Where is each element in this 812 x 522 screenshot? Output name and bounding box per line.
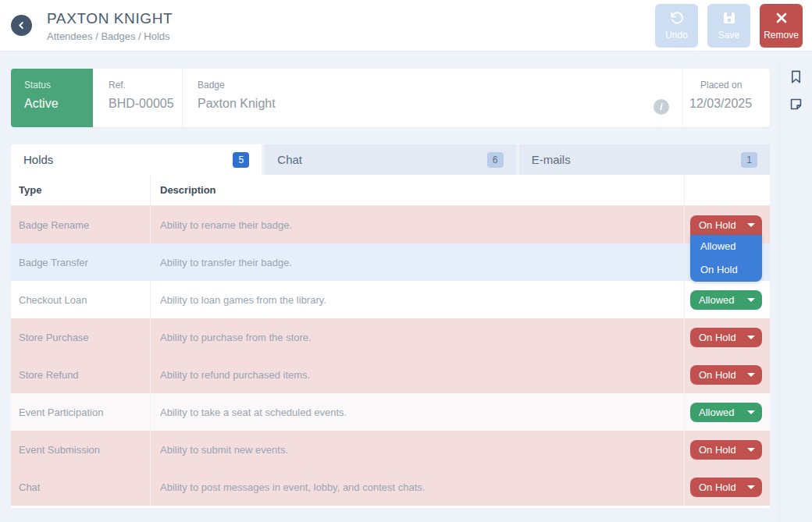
table-row: Badge Rename Ability to rename their bad…: [11, 206, 770, 243]
save-icon: [721, 10, 737, 26]
undo-icon: [669, 10, 685, 26]
tab-bar: Holds 5 Chat 6 E-mails 1: [11, 144, 770, 175]
hold-status-dropdown[interactable]: On Hold: [690, 440, 762, 460]
tab-chat-label: Chat: [277, 153, 302, 166]
hold-description: Ability to loan games from the library.: [151, 281, 685, 318]
column-header-action: [685, 175, 770, 205]
table-header: Type Description: [11, 175, 770, 206]
chevron-down-icon: [747, 373, 755, 377]
remove-button[interactable]: Remove: [760, 4, 803, 48]
close-icon: [774, 10, 789, 26]
tab-chat-count: 6: [487, 152, 504, 168]
tab-emails[interactable]: E-mails 1: [519, 144, 770, 175]
top-bar: PAXTON KNIGHT Attendees / Badges / Holds…: [0, 0, 812, 51]
tab-emails-count: 1: [741, 152, 757, 168]
hold-status-dropdown[interactable]: On Hold: [690, 328, 762, 347]
hold-type: Event Participation: [11, 393, 151, 431]
table-row: Store Purchase Ability to purchase from …: [11, 318, 770, 356]
badge-field: Badge Paxton Knight i: [182, 69, 682, 127]
hold-type: Chat: [11, 468, 151, 506]
chevron-down-icon: [747, 448, 755, 452]
holds-table-body: Badge Rename Ability to rename their bad…: [11, 206, 770, 506]
hold-description: Ability to rename their badge.: [151, 206, 685, 243]
tab-emails-label: E-mails: [532, 153, 571, 166]
hold-summary-card: Status Active Ref. BHD-00005 Badge Paxto…: [11, 69, 770, 127]
hold-description: Ability to submit new events.: [151, 431, 685, 468]
badge-label: Badge: [198, 80, 276, 91]
hold-status-dropdown[interactable]: Allowed: [690, 290, 762, 310]
tab-holds[interactable]: Holds 5: [11, 144, 262, 175]
ref-value: BHD-00005: [109, 97, 182, 111]
ref-label: Ref.: [109, 80, 182, 91]
chevron-down-icon: [747, 223, 755, 227]
hold-description: Ability to take a seat at scheduled even…: [151, 393, 685, 431]
hold-status-value: On Hold: [699, 219, 736, 231]
header-actions: Undo Save Remove: [655, 4, 803, 48]
column-header-type: Type: [11, 175, 151, 205]
page-title: PAXTON KNIGHT: [47, 10, 655, 27]
dropdown-option-allowed[interactable]: Allowed: [690, 235, 762, 258]
placed-on-label: Placed on: [689, 80, 770, 91]
hold-description: Ability to refund purchased items.: [151, 356, 685, 393]
hold-status-value: On Hold: [699, 332, 736, 343]
chevron-down-icon: [747, 336, 755, 339]
tab-holds-count: 5: [233, 152, 249, 168]
hold-status-dropdown[interactable]: On Hold: [690, 365, 762, 385]
hold-status-value: Allowed: [699, 294, 735, 306]
hold-status-dropdown[interactable]: On Hold: [690, 478, 762, 497]
placed-on-field: Placed on 12/03/2025: [682, 69, 770, 127]
status-value: Active: [24, 97, 93, 111]
ref-field: Ref. BHD-00005: [93, 69, 182, 127]
info-icon[interactable]: i: [654, 99, 669, 115]
status-label: Status: [24, 80, 93, 91]
status-badge: Status Active: [11, 69, 93, 127]
remove-label: Remove: [764, 30, 799, 41]
hold-description: Ability to purchase from the store.: [151, 318, 685, 356]
hold-type: Store Purchase: [11, 318, 151, 356]
table-row: Badge Transfer Ability to transfer their…: [11, 243, 770, 281]
undo-label: Undo: [665, 30, 688, 41]
undo-button[interactable]: Undo: [655, 4, 698, 48]
hold-description: Ability to transfer their badge.: [151, 243, 685, 281]
hold-type: Event Submission: [11, 431, 151, 468]
chevron-down-icon: [747, 410, 755, 414]
table-row: Store Refund Ability to refund purchased…: [11, 356, 770, 393]
table-row: Event Submission Ability to submit new e…: [11, 431, 770, 468]
tab-holds-label: Holds: [23, 153, 53, 166]
table-row: Checkout Loan Ability to loan games from…: [11, 281, 770, 318]
bookmark-icon[interactable]: [789, 69, 803, 85]
hold-status-value: On Hold: [699, 444, 736, 456]
save-label: Save: [718, 30, 739, 41]
hold-type: Checkout Loan: [11, 281, 151, 318]
hold-status-dropdown[interactable]: On Hold: [690, 215, 762, 235]
hold-type: Store Refund: [11, 356, 151, 393]
hold-type: Badge Rename: [11, 206, 151, 243]
placed-on-value: 12/03/2025: [689, 97, 770, 111]
note-icon[interactable]: [789, 96, 803, 112]
hold-status-value: On Hold: [699, 369, 736, 381]
hold-status-value: Allowed: [699, 407, 735, 418]
hold-status-dropdown[interactable]: Allowed: [690, 403, 762, 422]
dropdown-option-on-hold[interactable]: On Hold: [690, 258, 762, 282]
table-row: Chat Ability to post messages in event, …: [11, 468, 770, 506]
breadcrumb[interactable]: Attendees / Badges / Holds: [47, 30, 655, 42]
hold-description: Ability to post messages in event, lobby…: [151, 468, 685, 506]
holds-panel: Type Description Badge Rename Ability to…: [11, 175, 770, 508]
side-rail: [779, 61, 812, 522]
save-button[interactable]: Save: [707, 4, 750, 48]
chevron-left-icon: [16, 20, 27, 30]
column-header-description: Description: [151, 175, 685, 205]
hold-type: Badge Transfer: [11, 243, 151, 281]
hold-status-value: On Hold: [699, 481, 736, 493]
back-button[interactable]: [11, 15, 32, 36]
status-dropdown-menu: Allowed On Hold: [690, 235, 762, 282]
chevron-down-icon: [747, 298, 755, 302]
table-row: Event Participation Ability to take a se…: [11, 393, 770, 431]
tab-chat[interactable]: Chat 6: [265, 144, 515, 175]
badge-value: Paxton Knight: [198, 97, 276, 111]
chevron-down-icon: [747, 485, 755, 489]
